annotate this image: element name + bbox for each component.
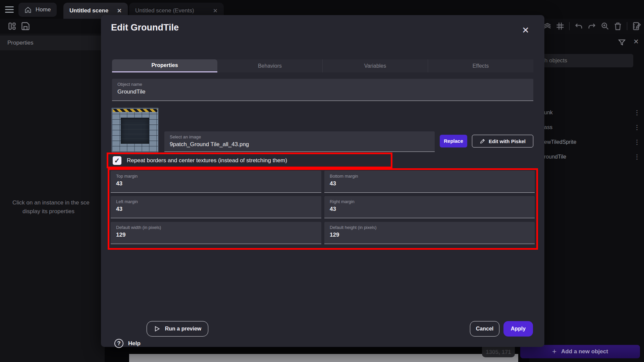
add-new-object-button[interactable]: + Add a new object [520, 345, 640, 358]
objects-panel: ✕ unk ⋮ ass ⋮ ewTiledSprite ⋮ roundTile … [529, 34, 644, 362]
object-label: unk [544, 110, 553, 116]
plus-icon: + [552, 347, 556, 356]
bottom-margin-field[interactable]: Bottom margin 43 [324, 171, 535, 193]
repeat-borders-row: ✓ Repeat borders and center textures (in… [113, 155, 287, 166]
repeat-borders-label: Repeat borders and center textures (inst… [127, 157, 287, 164]
kebab-menu-icon[interactable]: ⋮ [634, 138, 640, 146]
field-label: Object name [117, 82, 142, 87]
cancel-button[interactable]: Cancel [470, 321, 499, 337]
tab-label: Home [36, 6, 51, 13]
top-margin-field[interactable]: Top margin 43 [111, 171, 321, 193]
edit-with-piskel-button[interactable]: Edit with Piskel [472, 135, 533, 147]
field-label: Default height (in pixels) [330, 225, 376, 230]
field-value: 129 [330, 232, 339, 238]
close-panel-icon[interactable]: ✕ [633, 38, 639, 46]
tab-properties[interactable]: Properties [112, 59, 217, 72]
properties-panel-header: Properties [0, 36, 105, 50]
object-label: ass [544, 124, 552, 130]
field-value: 9patch_Ground Tile_all_43.png [170, 141, 249, 148]
redo-icon[interactable] [587, 21, 596, 31]
toolbar-divider [569, 22, 570, 30]
object-list-item[interactable]: unk ⋮ [529, 106, 644, 121]
home-icon [24, 6, 32, 13]
kebab-menu-icon[interactable]: ⋮ [634, 153, 640, 161]
tab-behaviors[interactable]: Behaviors [217, 59, 323, 72]
field-label: Default width (in pixels) [116, 225, 161, 230]
app-window: Home Untitled scene ✕ Untitled scene (Ev… [0, 0, 644, 362]
pencil-edit-icon [480, 138, 485, 144]
field-label: Left margin [116, 199, 138, 204]
select-image-field[interactable]: Select an image 9patch_Ground Tile_all_4… [164, 131, 435, 152]
properties-panel: Properties Click on an instance in the s… [0, 34, 105, 362]
default-height-field[interactable]: Default height (in pixels) 129 [324, 222, 535, 244]
tab-label: Untitled scene (Events) [135, 7, 194, 14]
object-list-item[interactable]: ewTiledSprite ⋮ [529, 135, 644, 150]
dialog-title: Edit GroundTile [111, 22, 179, 33]
field-value: 43 [116, 206, 122, 213]
close-tab-icon[interactable]: ✕ [213, 7, 218, 14]
object-name-field[interactable]: Object name GroundTile [112, 79, 533, 101]
tab-label: Untitled scene [69, 7, 108, 14]
right-margin-field[interactable]: Right margin 43 [324, 196, 535, 218]
dialog-tab-bar: Properties Behaviors Variables Effects [112, 59, 533, 72]
left-margin-field[interactable]: Left margin 43 [111, 196, 321, 218]
help-label: Help [128, 340, 141, 347]
thumbnail-hazard-stripe [113, 109, 157, 112]
question-mark-icon: ? [114, 339, 123, 348]
properties-empty-message: Click on an instance in the sce display … [0, 198, 105, 216]
kebab-menu-icon[interactable]: ⋮ [634, 124, 640, 131]
scene-canvas-edge [129, 354, 518, 362]
field-value: 43 [330, 206, 336, 213]
toolbar-divider [627, 22, 627, 30]
object-label: roundTile [544, 154, 566, 160]
replace-button[interactable]: Replace [440, 135, 467, 147]
grid-icon[interactable] [555, 21, 565, 31]
tab-variables[interactable]: Variables [323, 59, 428, 72]
field-value: 129 [116, 232, 125, 238]
default-width-field[interactable]: Default width (in pixels) 129 [111, 222, 321, 244]
close-tab-icon[interactable]: ✕ [117, 7, 122, 14]
thumbnail-center [121, 118, 149, 144]
sprite-thumbnail[interactable] [112, 108, 158, 152]
apply-button[interactable]: Apply [503, 321, 533, 337]
object-list-item[interactable]: roundTile ⋮ [529, 150, 644, 165]
hamburger-menu-icon[interactable] [5, 6, 14, 13]
tab-effects[interactable]: Effects [428, 59, 533, 72]
play-icon [154, 325, 160, 332]
field-label: Top margin [116, 174, 138, 179]
field-label: Select an image [170, 134, 201, 139]
field-value: 43 [116, 180, 122, 187]
field-label: Right margin [330, 199, 355, 204]
field-value: GroundTile [117, 88, 145, 95]
field-value: 43 [330, 180, 336, 187]
run-preview-label: Run a preview [165, 326, 201, 332]
help-button[interactable]: ? Help [114, 339, 141, 348]
field-label: Bottom margin [330, 174, 358, 179]
kebab-menu-icon[interactable]: ⋮ [634, 109, 640, 116]
add-new-object-label: Add a new object [561, 348, 608, 355]
run-preview-button[interactable]: Run a preview [147, 321, 208, 337]
repeat-borders-checkbox[interactable]: ✓ [113, 156, 121, 165]
object-list-item[interactable]: ass ⋮ [529, 121, 644, 135]
layout-panels-icon[interactable] [7, 21, 17, 31]
save-icon[interactable] [21, 21, 30, 31]
edit-scene-properties-icon[interactable] [632, 21, 641, 31]
edit-object-dialog: Edit GroundTile ✕ Properties Behaviors V… [101, 15, 544, 347]
edit-with-piskel-label: Edit with Piskel [489, 138, 526, 144]
filter-icon[interactable] [618, 38, 626, 46]
zoom-in-icon[interactable] [600, 21, 610, 31]
close-dialog-icon[interactable]: ✕ [522, 25, 529, 36]
object-label: ewTiledSprite [544, 139, 576, 145]
undo-icon[interactable] [574, 21, 584, 31]
tab-home[interactable]: Home [18, 3, 57, 17]
trash-icon[interactable] [613, 21, 623, 31]
